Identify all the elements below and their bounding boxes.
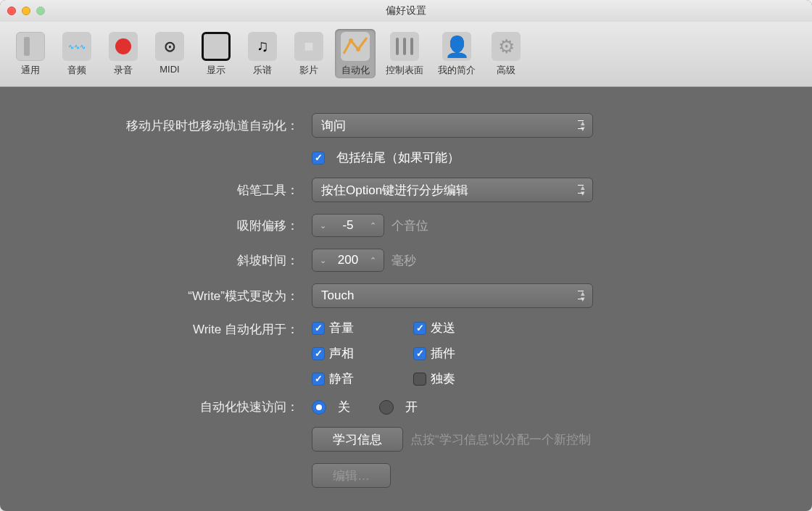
tab-general[interactable]: 通用: [10, 29, 51, 78]
snap-offset-unit: 个音位: [392, 217, 428, 234]
svg-point-1: [356, 47, 360, 51]
tab-label: 通用: [21, 64, 40, 77]
tab-movie[interactable]: ■影片: [289, 29, 329, 78]
sliders-icon: [390, 32, 419, 61]
write-plugin-label: 插件: [431, 345, 455, 362]
tab-label: 影片: [299, 64, 318, 77]
write-mute-checkbox[interactable]: ✓: [312, 373, 325, 386]
svg-point-0: [349, 38, 353, 43]
tab-advanced[interactable]: ⚙高级: [486, 29, 526, 78]
write-mode-select[interactable]: Touch ▴▾: [312, 283, 593, 308]
tab-label: 自动化: [341, 64, 370, 77]
tab-midi[interactable]: ⊙MIDI: [149, 29, 190, 76]
stepper-up-icon[interactable]: ⌃: [367, 256, 379, 265]
quick-access-label: 自动化快速访问：: [36, 399, 312, 415]
quick-access-on-label: 开: [405, 399, 418, 415]
write-send-checkbox[interactable]: ✓: [413, 322, 426, 335]
switch-icon: [16, 32, 45, 61]
stepper-down-icon[interactable]: ⌄: [317, 221, 329, 230]
ramp-time-stepper[interactable]: ⌄ 200 ⌃: [312, 249, 384, 272]
tab-control-surface[interactable]: 控制表面: [381, 29, 428, 78]
tab-label: 录音: [114, 64, 133, 77]
select-value: Touch: [321, 288, 354, 303]
tab-label: 音频: [67, 64, 86, 77]
stepper-value: 200: [334, 253, 362, 267]
ramp-time-label: 斜坡时间：: [36, 252, 312, 269]
tab-display[interactable]: 显示: [196, 29, 236, 78]
chevron-updown-icon: ▴▾: [581, 184, 585, 196]
chevron-updown-icon: ▴▾: [581, 120, 585, 131]
write-mode-label: “Write”模式更改为：: [36, 288, 312, 304]
tab-profile[interactable]: 👤我的简介: [434, 29, 480, 78]
waveform-icon: ∿∿∿: [62, 32, 91, 61]
tab-label: 我的简介: [438, 64, 476, 77]
write-solo-label: 独奏: [431, 370, 455, 387]
automation-icon: [341, 32, 370, 61]
include-end-checkbox[interactable]: ✓: [312, 151, 325, 165]
preferences-window: 偏好设置 通用 ∿∿∿音频 录音 ⊙MIDI 显示 ♫乐谱 ■影片 自动化 控制…: [0, 0, 812, 511]
write-pan-label: 声相: [329, 345, 354, 362]
tab-automation[interactable]: 自动化: [335, 29, 376, 78]
ramp-time-unit: 毫秒: [392, 252, 416, 269]
quick-access-off-radio[interactable]: [312, 400, 326, 415]
button-label: 学习信息: [333, 431, 382, 448]
snap-offset-label: 吸附偏移：: [36, 217, 312, 234]
tab-score[interactable]: ♫乐谱: [242, 29, 283, 78]
quick-access-off-label: 关: [338, 399, 350, 415]
write-volume-label: 音量: [329, 320, 354, 336]
tab-label: 控制表面: [386, 64, 423, 77]
write-plugin-checkbox[interactable]: ✓: [413, 347, 426, 360]
write-send-label: 发送: [431, 320, 455, 336]
move-automation-select[interactable]: 询问 ▴▾: [312, 113, 593, 138]
record-icon: [109, 32, 138, 61]
chevron-updown-icon: ▴▾: [581, 290, 585, 302]
midi-icon: ⊙: [155, 32, 184, 61]
quick-access-on-radio[interactable]: [379, 400, 394, 415]
tab-record[interactable]: 录音: [103, 29, 144, 78]
gear-icon: ⚙: [492, 32, 521, 61]
snap-offset-stepper[interactable]: ⌄ -5 ⌃: [312, 214, 384, 237]
stepper-down-icon[interactable]: ⌄: [317, 256, 329, 265]
move-automation-label: 移动片段时也移动轨道自动化：: [36, 117, 312, 134]
learn-hint: 点按“学习信息”以分配一个新控制: [410, 431, 591, 448]
select-value: 询问: [321, 117, 346, 134]
window-title: 偏好设置: [0, 4, 812, 17]
tab-label: 乐谱: [253, 64, 272, 77]
music-note-icon: ♫: [248, 32, 277, 61]
tab-audio[interactable]: ∿∿∿音频: [57, 29, 97, 78]
monitor-icon: [202, 32, 231, 61]
tab-label: 高级: [497, 64, 515, 77]
include-end-label: 包括结尾（如果可能）: [336, 149, 460, 166]
write-for-label: Write 自动化用于：: [36, 320, 312, 338]
edit-button[interactable]: 编辑…: [312, 463, 391, 488]
automation-pane: 移动片段时也移动轨道自动化： 询问 ▴▾ ✓ 包括结尾（如果可能） 铅笔工具： …: [0, 87, 812, 511]
button-label: 编辑…: [333, 468, 370, 484]
pencil-tool-select[interactable]: 按住Option键进行分步编辑 ▴▾: [312, 178, 593, 202]
write-solo-checkbox[interactable]: [413, 373, 426, 386]
stepper-up-icon[interactable]: ⌃: [367, 221, 379, 230]
write-pan-checkbox[interactable]: ✓: [312, 347, 325, 360]
select-value: 按住Option键进行分步编辑: [321, 182, 468, 199]
tab-label: MIDI: [160, 64, 179, 75]
tab-label: 显示: [207, 64, 225, 77]
write-volume-checkbox[interactable]: ✓: [312, 322, 325, 335]
person-icon: 👤: [442, 32, 471, 61]
learn-message-button[interactable]: 学习信息: [312, 427, 403, 452]
titlebar: 偏好设置: [0, 0, 812, 22]
camera-icon: ■: [294, 32, 323, 61]
preferences-toolbar: 通用 ∿∿∿音频 录音 ⊙MIDI 显示 ♫乐谱 ■影片 自动化 控制表面 👤我…: [0, 22, 812, 87]
write-mute-label: 静音: [329, 370, 354, 387]
pencil-tool-label: 铅笔工具：: [36, 182, 312, 199]
stepper-value: -5: [334, 218, 362, 233]
